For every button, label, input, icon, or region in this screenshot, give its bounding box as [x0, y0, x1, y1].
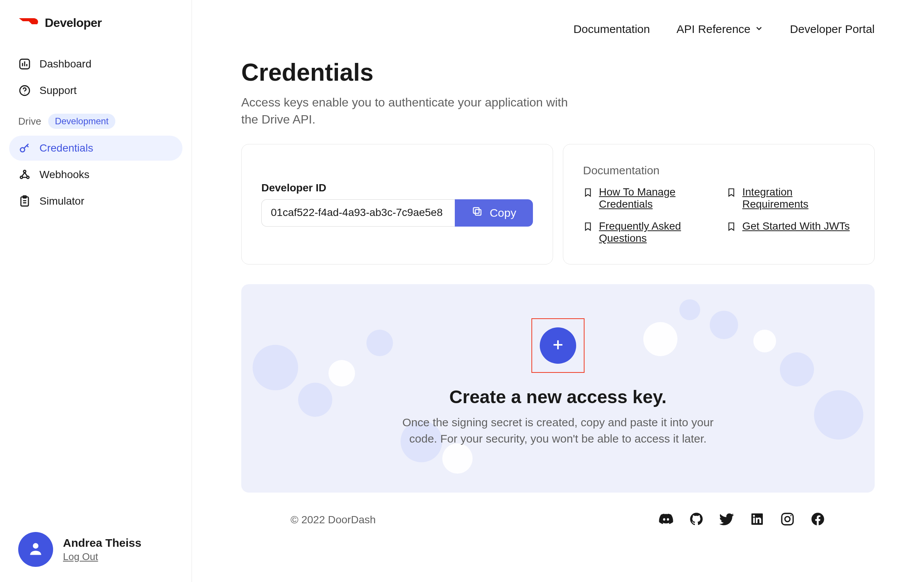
clipboard-icon	[18, 195, 31, 208]
svg-point-3	[20, 148, 25, 152]
topnav-api-reference[interactable]: API Reference	[676, 23, 763, 36]
avatar[interactable]	[18, 532, 53, 567]
github-icon[interactable]	[689, 511, 704, 528]
key-icon	[18, 142, 31, 155]
social-links	[658, 511, 825, 528]
sidebar: Developer Dashboard Support Dri	[0, 0, 192, 582]
environment-badge[interactable]: Development	[48, 113, 116, 129]
main: Documentation API Reference Developer Po…	[192, 0, 924, 582]
twitter-icon[interactable]	[719, 511, 734, 528]
sidebar-item-label: Simulator	[40, 195, 84, 207]
sidebar-item-label: Webhooks	[40, 169, 89, 181]
sidebar-item-dashboard[interactable]: Dashboard	[9, 51, 182, 77]
logout-link[interactable]: Log Out	[63, 551, 98, 563]
chevron-down-icon	[754, 23, 764, 36]
sidebar-section-header: Drive Development	[9, 103, 182, 136]
sidebar-item-webhooks[interactable]: Webhooks	[9, 162, 182, 187]
developer-id-input[interactable]: 01caf522-f4ad-4a93-ab3c-7c9ae5e8	[261, 199, 455, 227]
user-row: Andrea Theiss Log Out	[9, 532, 182, 567]
doc-link-jwts[interactable]: Get Started With JWTs	[726, 220, 855, 244]
brand-logo[interactable]: Developer	[9, 15, 182, 30]
linkedin-icon[interactable]	[749, 511, 765, 528]
svg-rect-12	[782, 513, 793, 525]
help-icon	[18, 84, 31, 97]
documentation-card: Documentation How To Manage Credentials …	[563, 144, 874, 265]
create-access-key-panel: Create a new access key. Once the signin…	[241, 284, 874, 493]
svg-point-14	[790, 515, 792, 516]
sidebar-nav-top: Dashboard Support	[9, 51, 182, 103]
svg-point-2	[24, 93, 25, 94]
svg-rect-11	[474, 208, 479, 213]
bookmark-icon	[726, 187, 736, 200]
svg-point-6	[23, 170, 26, 173]
discord-icon[interactable]	[658, 511, 674, 528]
sidebar-nav-drive: Credentials Webhooks Simula	[9, 136, 182, 214]
bookmark-icon	[726, 222, 736, 234]
footer: © 2022 DoorDash	[241, 493, 874, 528]
add-button-highlight	[531, 318, 584, 373]
sidebar-item-simulator[interactable]: Simulator	[9, 189, 182, 214]
developer-id-card: Developer ID 01caf522-f4ad-4a93-ab3c-7c9…	[241, 144, 553, 265]
section-label: Drive	[18, 115, 41, 127]
create-title: Create a new access key.	[256, 386, 860, 407]
sidebar-item-label: Credentials	[40, 142, 93, 154]
svg-rect-10	[475, 210, 481, 215]
create-access-key-button[interactable]	[540, 327, 576, 364]
sidebar-item-label: Dashboard	[40, 58, 91, 70]
page-description: Access keys enable you to authenticate y…	[241, 94, 582, 128]
svg-point-5	[26, 176, 29, 178]
person-icon	[27, 540, 44, 559]
svg-point-9	[33, 543, 39, 549]
doordash-logo-icon	[18, 15, 41, 30]
topnav: Documentation API Reference Developer Po…	[192, 0, 924, 58]
sidebar-item-label: Support	[40, 84, 77, 97]
webhook-icon	[18, 168, 31, 181]
topnav-developer-portal[interactable]: Developer Portal	[790, 23, 874, 36]
doc-link-integration-requirements[interactable]: Integration Requirements	[726, 186, 855, 210]
instagram-icon[interactable]	[780, 511, 795, 528]
brand-name: Developer	[45, 16, 102, 30]
svg-point-4	[20, 176, 22, 178]
sidebar-item-support[interactable]: Support	[9, 78, 182, 103]
copy-button[interactable]: Copy	[455, 199, 533, 227]
doc-link-faq[interactable]: Frequently Asked Questions	[583, 220, 711, 244]
svg-point-13	[785, 516, 790, 521]
plus-icon	[550, 337, 566, 354]
sidebar-item-credentials[interactable]: Credentials	[9, 136, 182, 161]
developer-id-label: Developer ID	[261, 182, 533, 194]
user-name: Andrea Theiss	[63, 536, 142, 549]
topnav-documentation[interactable]: Documentation	[574, 23, 650, 36]
dashboard-icon	[18, 58, 31, 71]
docs-card-title: Documentation	[583, 164, 855, 177]
copy-icon	[472, 206, 483, 220]
facebook-icon[interactable]	[810, 511, 825, 528]
create-description: Once the signing secret is created, copy…	[387, 414, 729, 447]
bookmark-icon	[583, 187, 593, 200]
page-title: Credentials	[241, 58, 874, 86]
bookmark-icon	[583, 222, 593, 234]
copyright: © 2022 DoorDash	[290, 514, 376, 526]
doc-link-manage-credentials[interactable]: How To Manage Credentials	[583, 186, 711, 210]
